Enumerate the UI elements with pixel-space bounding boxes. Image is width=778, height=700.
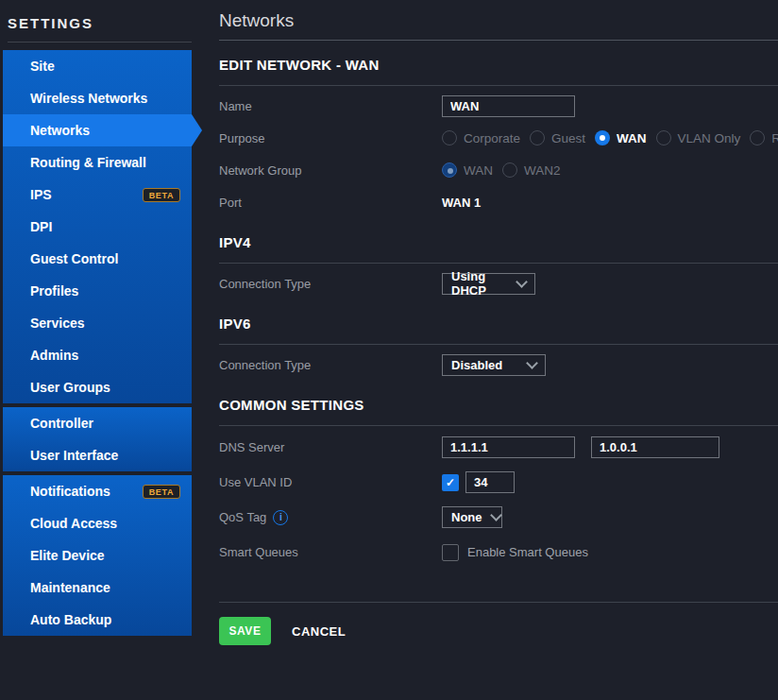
sidebar-item-user-groups[interactable]: User Groups [3,371,192,403]
radio-selected-icon [595,130,610,145]
sidebar-item-label: Networks [30,123,90,138]
sidebar-item-label: User Groups [30,380,110,395]
radio-label: Remote Us [771,131,778,145]
chevron-down-icon [490,509,502,521]
sidebar-item-label: Maintenance [30,580,110,595]
radio-label: Guest [551,131,585,145]
ipv4-connection-type-select[interactable]: Using DHCP [442,273,535,295]
purpose-option-vlan-only[interactable]: VLAN Only [656,130,741,145]
sidebar-item-user-interface[interactable]: User Interface [3,439,192,471]
radio-icon [442,130,457,145]
form-actions: SAVE CANCEL [219,617,778,645]
sidebar-item-cloud-access[interactable]: Cloud Access [3,507,192,539]
sidebar-item-notifications[interactable]: Notifications BETA [3,475,192,507]
radio-icon [530,130,545,145]
use-vlan-id-row: Use VLAN ID ✓ [219,465,778,500]
radio-label: Corporate [464,131,520,145]
sidebar-item-label: DPI [30,219,52,234]
purpose-label: Purpose [219,131,442,145]
port-label: Port [219,196,442,210]
qos-tag-select[interactable]: None [442,506,502,528]
divider [8,42,192,43]
select-value: Using DHCP [451,269,508,298]
dns-secondary-input[interactable] [591,436,719,458]
save-button[interactable]: SAVE [219,617,271,645]
ipv6-connection-type-select[interactable]: Disabled [442,354,546,376]
select-value: Disabled [451,358,502,372]
radio-selected-icon [442,162,457,178]
beta-badge: BETA [143,485,180,499]
sidebar-item-site[interactable]: Site [3,50,192,82]
sidebar-item-label: Notifications [30,484,110,499]
purpose-option-wan[interactable]: WAN [595,130,647,145]
network-group-option-wan2[interactable]: WAN2 [502,162,561,178]
dns-server-label: DNS Server [219,440,442,454]
sidebar-item-wireless-networks[interactable]: Wireless Networks [3,82,192,114]
edit-network-section-title: EDIT NETWORK - WAN [219,41,778,73]
info-icon[interactable]: i [273,510,288,525]
sidebar-item-controller[interactable]: Controller [3,407,192,439]
check-icon: ✓ [446,476,455,489]
divider [219,425,778,426]
sidebar-item-label: Profiles [30,283,78,299]
sidebar-item-profiles[interactable]: Profiles [3,275,192,307]
qos-tag-label: QoS Tag i [219,510,442,525]
sidebar-title: SETTINGS [8,15,192,31]
sidebar-item-services[interactable]: Services [3,307,192,339]
sidebar-item-admins[interactable]: Admins [3,339,192,371]
sidebar-item-label: Services [30,316,85,331]
divider [219,85,778,86]
settings-sidebar: SETTINGS Site Wireless Networks Networks… [0,0,192,640]
use-vlan-id-label: Use VLAN ID [219,475,442,489]
network-group-label: Network Group [219,163,442,178]
purpose-option-guest[interactable]: Guest [530,130,585,145]
sidebar-group-controller: Controller User Interface [3,407,192,471]
sidebar-item-networks[interactable]: Networks [3,114,192,146]
vlan-id-input[interactable] [465,471,515,493]
purpose-option-corporate[interactable]: Corporate [442,130,520,145]
sidebar-item-elite-device[interactable]: Elite Device [3,539,192,572]
use-vlan-id-checkbox[interactable]: ✓ [442,474,459,491]
dns-server-row: DNS Server [219,430,778,465]
sidebar-item-routing-firewall[interactable]: Routing & Firewall [3,146,192,179]
divider [219,602,778,603]
enable-smart-queues-checkbox-label: Enable Smart Queues [467,545,588,559]
network-group-option-wan[interactable]: WAN [442,162,493,178]
sidebar-group-site: Site Wireless Networks Networks Routing … [3,50,192,403]
name-input[interactable] [442,95,575,117]
networks-main-panel: Networks EDIT NETWORK - WAN Name Purpose… [192,0,778,700]
port-row: Port WAN 1 [219,186,778,218]
name-label: Name [219,99,442,113]
sidebar-item-auto-backup[interactable]: Auto Backup [3,604,192,636]
name-row: Name [219,90,778,122]
ipv6-connection-type-label: Connection Type [219,358,442,372]
sidebar-item-label: Routing & Firewall [30,155,146,170]
network-group-row: Network Group WAN WAN2 [219,154,778,186]
page-title: Networks [219,0,778,31]
radio-label: VLAN Only [678,131,741,145]
ipv4-connection-type-label: Connection Type [219,277,442,291]
radio-icon [750,130,765,145]
sidebar-item-label: Wireless Networks [30,91,147,106]
sidebar-item-guest-control[interactable]: Guest Control [3,243,192,275]
sidebar-item-maintenance[interactable]: Maintenance [3,572,192,604]
sidebar-item-label: Auto Backup [30,612,111,627]
beta-badge: BETA [143,188,180,202]
radio-label: WAN [464,163,493,178]
divider [219,344,778,345]
smart-queues-row: Smart Queues Enable Smart Queues [219,535,778,570]
purpose-option-remote-user-vpn[interactable]: Remote Us [750,130,778,145]
ipv4-connection-type-row: Connection Type Using DHCP [219,267,778,299]
cancel-button[interactable]: CANCEL [292,624,346,639]
sidebar-item-label: Site [30,59,55,74]
radio-label: WAN [617,131,647,145]
sidebar-item-label: Admins [30,348,78,363]
sidebar-item-label: User Interface [30,448,118,463]
dns-primary-input[interactable] [442,436,575,458]
enable-smart-queues-checkbox[interactable] [442,544,459,561]
sidebar-item-label: IPS [30,187,52,202]
divider [219,263,778,264]
sidebar-item-label: Cloud Access [30,516,117,531]
sidebar-item-dpi[interactable]: DPI [3,211,192,243]
sidebar-item-ips[interactable]: IPS BETA [3,179,192,211]
